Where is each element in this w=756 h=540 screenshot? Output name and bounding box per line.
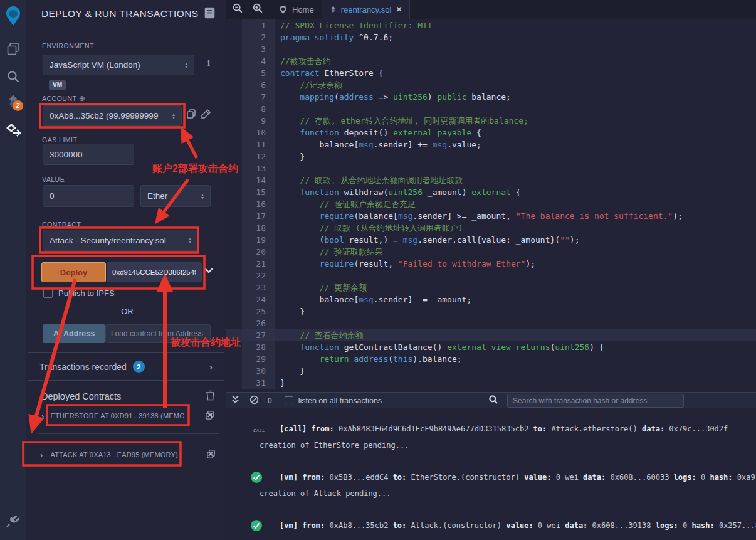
environment-select[interactable]: JavaScript VM (London) ▴▾ bbox=[43, 55, 194, 75]
file-explorer-icon[interactable] bbox=[0, 41, 26, 56]
line-number: 25 bbox=[242, 305, 275, 317]
chevron-right-icon[interactable]: › bbox=[41, 411, 45, 421]
line-number: 21 bbox=[242, 258, 275, 270]
line-number: 10 bbox=[242, 127, 275, 139]
line-number: 8 bbox=[242, 103, 275, 115]
terminal-entry-text: creation of EtherStore pending... bbox=[260, 439, 409, 452]
breakpoint-margin[interactable] bbox=[226, 186, 242, 198]
breakpoint-margin[interactable] bbox=[226, 174, 242, 186]
breakpoint-margin[interactable] bbox=[226, 115, 242, 127]
at-address-button[interactable]: At Address bbox=[43, 324, 105, 343]
breakpoint-margin[interactable] bbox=[226, 294, 242, 305]
account-select[interactable]: 0xAb8...35cb2 (99.99999999 ▴▾ bbox=[43, 105, 182, 126]
breakpoint-margin[interactable] bbox=[226, 67, 242, 79]
gas-limit-input[interactable]: 3000000 bbox=[43, 144, 134, 165]
terminal-entry[interactable]: CALL[call] from: 0xAb8483F64d9C6d1EcF9b8… bbox=[226, 423, 756, 435]
remix-ide-window: 2 DEPLOY & RUN TRANSACTIONS ENVIRONMENT … bbox=[0, 0, 756, 540]
line-number: 11 bbox=[242, 139, 275, 151]
breakpoint-margin[interactable] bbox=[226, 258, 242, 270]
deployed-contracts-title: Deployed Contracts bbox=[41, 391, 121, 401]
breakpoint-margin[interactable] bbox=[226, 127, 242, 139]
breakpoint-margin[interactable] bbox=[226, 305, 242, 317]
breakpoint-margin[interactable] bbox=[226, 139, 242, 151]
breakpoint-margin[interactable] bbox=[226, 353, 242, 365]
breakpoint-margin[interactable] bbox=[226, 31, 242, 43]
breakpoint-margin[interactable] bbox=[226, 377, 242, 389]
breakpoint-margin[interactable] bbox=[226, 79, 242, 91]
search-icon[interactable] bbox=[0, 69, 26, 84]
breakpoint-margin[interactable] bbox=[226, 198, 242, 210]
breakpoint-margin[interactable] bbox=[226, 246, 242, 258]
listen-checkbox[interactable] bbox=[285, 396, 293, 405]
stepper-icon: ▴▾ bbox=[201, 193, 204, 199]
terminal-search-input[interactable] bbox=[507, 394, 684, 408]
remix-logo-icon[interactable] bbox=[0, 5, 26, 26]
transactions-recorded-section[interactable]: Transactions recorded 2 › bbox=[28, 352, 224, 381]
breakpoint-margin[interactable] bbox=[226, 282, 242, 294]
deployed-contract-label[interactable]: ATTACK AT 0XA13...EAD95 (MEMORY) bbox=[51, 451, 178, 458]
breakpoint-margin[interactable] bbox=[226, 151, 242, 162]
close-icon[interactable]: ✕ bbox=[207, 450, 214, 458]
deployed-contract-row[interactable]: › ATTACK AT 0XA13...EAD95 (MEMORY) bbox=[40, 447, 216, 463]
clear-console-icon[interactable] bbox=[249, 395, 259, 406]
breakpoint-margin[interactable] bbox=[226, 43, 242, 55]
publish-ipfs-checkbox[interactable] bbox=[43, 289, 53, 298]
tab-reentrancy-sol[interactable]: reentrancy.sol ✕ bbox=[322, 0, 411, 19]
plugin-manager-icon[interactable] bbox=[0, 513, 26, 528]
code-line: 12 } bbox=[226, 151, 756, 162]
breakpoint-margin[interactable] bbox=[226, 234, 242, 246]
breakpoint-margin[interactable] bbox=[226, 317, 242, 329]
code-line: 11 balance[msg.sender] += msg.value; bbox=[226, 139, 756, 151]
code-text: } bbox=[275, 377, 756, 389]
close-tab-icon[interactable]: ✕ bbox=[396, 5, 402, 14]
deploy-address-wrap bbox=[107, 262, 202, 282]
docs-icon[interactable] bbox=[204, 7, 215, 21]
deploy-run-icon[interactable] bbox=[0, 123, 26, 138]
code-line: 15 function withdraw(uint256 _amount) ex… bbox=[226, 186, 756, 198]
deploy-address-input[interactable] bbox=[107, 262, 202, 282]
breakpoint-margin[interactable] bbox=[226, 103, 242, 115]
zoom-in-icon[interactable] bbox=[252, 3, 263, 16]
breakpoint-margin[interactable] bbox=[226, 329, 242, 341]
breakpoint-margin[interactable] bbox=[226, 222, 242, 234]
deployed-contract-row[interactable]: › ETHERSTORE AT 0XD91...39138 (MEMORY) bbox=[41, 408, 214, 424]
terminal-entry[interactable]: [vm] from: 0xAb8...35cb2 to: Attack.(con… bbox=[226, 519, 756, 532]
contract-label: CONTRACT bbox=[42, 221, 81, 228]
chevron-down-icon[interactable] bbox=[204, 266, 213, 275]
deployed-contract-label[interactable]: ETHERSTORE AT 0XD91...39138 (MEMORY) bbox=[51, 412, 184, 420]
breakpoint-margin[interactable] bbox=[226, 19, 242, 31]
breakpoint-margin[interactable] bbox=[226, 270, 242, 282]
add-account-icon[interactable]: ⊕ bbox=[79, 94, 86, 103]
breakpoint-margin[interactable] bbox=[226, 365, 242, 377]
breakpoint-margin[interactable] bbox=[226, 55, 242, 67]
value-unit-select[interactable]: Ether ▴▾ bbox=[140, 185, 211, 207]
trash-icon[interactable] bbox=[206, 390, 215, 403]
tab-home[interactable]: Home bbox=[271, 0, 322, 19]
at-address-input[interactable]: Load contract from Address bbox=[105, 324, 211, 343]
expand-terminal-icon[interactable] bbox=[231, 395, 239, 406]
code-text bbox=[275, 317, 756, 329]
copy-account-icon[interactable] bbox=[186, 109, 196, 121]
code-text: // SPDX-License-Identifier: MIT bbox=[275, 19, 756, 31]
zoom-out-icon[interactable] bbox=[232, 3, 243, 16]
value-input[interactable]: 0 bbox=[43, 185, 134, 207]
deploy-button[interactable]: Deploy bbox=[41, 262, 106, 282]
breakpoint-margin[interactable] bbox=[226, 341, 242, 353]
chevron-right-icon[interactable]: › bbox=[40, 450, 43, 460]
line-number: 1 bbox=[242, 19, 275, 31]
environment-info-icon[interactable]: i bbox=[207, 58, 210, 68]
terminal-toolbar: 0 listen on all transactions bbox=[226, 392, 756, 408]
chevron-right-icon[interactable]: › bbox=[209, 361, 213, 372]
edit-account-icon[interactable] bbox=[201, 109, 211, 121]
breakpoint-margin[interactable] bbox=[226, 91, 242, 103]
code-editor[interactable]: 1// SPDX-License-Identifier: MIT2pragma … bbox=[226, 19, 756, 392]
transactions-count-badge: 2 bbox=[133, 361, 145, 373]
breakpoint-margin[interactable] bbox=[226, 210, 242, 222]
line-number: 31 bbox=[242, 377, 275, 389]
close-icon[interactable]: ✕ bbox=[207, 411, 213, 420]
breakpoint-margin[interactable] bbox=[226, 162, 242, 174]
code-text: function deposit() external payable { bbox=[275, 127, 756, 139]
terminal-entry[interactable]: [vm] from: 0x5B3...eddC4 to: EtherStore.… bbox=[226, 471, 756, 484]
contract-select[interactable]: Attack - Security/reentrancy.sol ▴▾ bbox=[43, 230, 198, 251]
code-line: 9 // 存款, ether转入合约地址, 同时更新调用者的balance; bbox=[226, 115, 756, 127]
